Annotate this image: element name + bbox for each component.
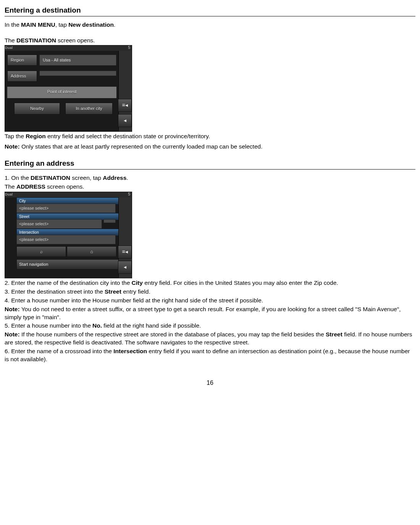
address-opens: The ADDRESS screen opens. [5,183,415,191]
address-field[interactable] [39,71,116,76]
save-icon[interactable]: ⌂ [67,246,116,257]
step-4: 4. Enter a house number into the House n… [5,297,415,305]
address-bold: Address [103,174,126,181]
titlebar [5,192,132,197]
another-city-button[interactable]: In another city [65,103,113,115]
intersection-field[interactable]: <please select> [16,235,116,244]
intro-paragraph-1: In the MAIN MENU, tap New destination. [5,21,415,29]
start-navigation-button[interactable]: Start navigation [16,259,120,270]
note-label: Note: [5,306,20,312]
text: 2. Enter the name of the destination cit… [5,279,132,286]
text: 3. Enter the destination street into the [5,288,105,295]
destination-bold: DESTINATION [31,174,70,181]
note-label: Note: [5,331,20,338]
text: Only states that are at least partly rep… [20,143,263,150]
step-3: 3. Enter the destination street into the… [5,288,415,296]
brand-label: Dual [5,192,13,197]
nearby-button[interactable]: Nearby [14,103,60,115]
text: 5. Enter a house number into the [5,322,92,329]
poi-label: Point of interest [7,89,116,95]
text: screen opens. [45,183,84,190]
menu-back-icon[interactable]: ≡◂ [118,99,132,112]
text: entry field. For cities in the United St… [143,279,338,286]
destination-label: DESTINATION [16,37,56,44]
text: screen opens. [56,37,95,44]
address-button[interactable]: Address [7,71,37,82]
region-bold: Region [26,133,46,139]
menu-back-icon[interactable]: ≡◂ [118,246,132,258]
step-6: 6. Enter the name of a crossroad into th… [5,347,415,363]
text: screen, tap [70,174,103,181]
destination-screenshot: Dual 5 Region Usa - All states Address P… [5,45,132,132]
note-3: Note: If the house numbers of the respec… [5,331,415,347]
page-number: 16 [5,379,415,387]
intersection-bold: Intersection [113,348,147,354]
text: The [5,183,16,190]
text: Tap the [5,133,26,139]
back-icon[interactable]: ◂ [118,114,132,127]
text: You do not need to enter a street suffix… [5,306,401,320]
text: 6. Enter the name of a crossroad into th… [5,348,113,354]
new-destination-label: New destination [68,21,114,28]
house-number-field[interactable] [103,219,116,223]
city-field[interactable]: <please select> [16,204,116,213]
back-icon[interactable]: ◂ [118,261,132,274]
brand-label: Dual [5,45,13,50]
no-bold: No. [92,322,102,329]
note-2: Note: You do not need to enter a street … [5,305,415,321]
step-1: 1. On the DESTINATION screen, tap Addres… [5,174,415,182]
tap-region-paragraph: Tap the Region entry field and select th… [5,132,415,141]
satellite-count: 5 [128,192,130,197]
text: . [114,21,115,28]
heading-entering-destination: Entering a destination [5,5,415,16]
city-bold: City [132,279,143,286]
note-paragraph-1: Note: Only states that are at least part… [5,143,415,151]
intro-paragraph-2: The DESTINATION screen opens. [5,37,415,45]
address-screen-bold: ADDRESS [16,183,45,190]
note-label: Note: [5,143,20,150]
text: If the house numbers of the respective s… [20,331,326,338]
text: 1. On the [5,174,31,181]
step-5: 5. Enter a house number into the No. fie… [5,322,415,330]
region-button[interactable]: Region [7,55,37,66]
step-2: 2. Enter the name of the destination cit… [5,279,415,287]
satellite-count: 5 [128,45,130,50]
street-bold: Street [105,288,121,295]
text: , tap [55,21,68,28]
text: In the [5,21,21,28]
street-field[interactable]: <please select> [16,219,102,229]
heading-entering-address: Entering an address [5,158,415,170]
main-menu-label: MAIN MENU [21,21,55,28]
street-bold-2: Street [326,331,342,338]
text: field at the right hand side if possible… [102,322,201,329]
text: entry field and select the destination s… [46,133,210,139]
titlebar [5,45,132,51]
region-field[interactable]: Usa - All states [39,55,116,66]
address-screenshot: Dual 5 City <please select> Street <plea… [5,192,132,278]
search-icon[interactable]: ⌕ [16,246,66,257]
text: entry field. [121,288,150,295]
text: . [126,174,128,181]
text: The [5,37,16,44]
